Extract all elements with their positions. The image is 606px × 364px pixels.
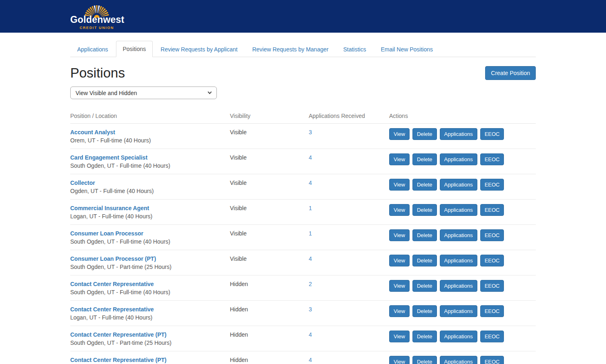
visibility-filter-select[interactable]: View Visible and Hidden: [70, 87, 217, 99]
visibility-value: Hidden: [230, 331, 248, 338]
page-title: Positions: [70, 66, 125, 80]
view-button[interactable]: View: [389, 305, 410, 317]
view-button[interactable]: View: [389, 280, 410, 292]
tab-review-requests-by-manager[interactable]: Review Requests by Manager: [245, 41, 336, 57]
applications-button[interactable]: Applications: [440, 280, 477, 292]
applications-button[interactable]: Applications: [440, 153, 477, 165]
table-body: Account Analyst Orem, UT - Full-time (40…: [70, 124, 536, 364]
table-row: Consumer Loan Processor South Ogden, UT …: [70, 225, 536, 250]
position-location: South Ogden, UT - Full-time (40 Hours): [70, 162, 230, 170]
view-button[interactable]: View: [389, 204, 410, 216]
delete-button[interactable]: Delete: [412, 331, 437, 342]
table-row: Contact Center Representative (PT) Logan…: [70, 351, 536, 364]
table-row: Consumer Loan Processor (PT) South Ogden…: [70, 250, 536, 275]
eeoc-button[interactable]: EEOC: [480, 356, 504, 364]
delete-button[interactable]: Delete: [412, 179, 437, 191]
applications-button[interactable]: Applications: [440, 305, 477, 317]
create-position-button[interactable]: Create Position: [485, 66, 536, 80]
tab-applications[interactable]: Applications: [70, 41, 115, 57]
brand-logo: Goldenwest CREDIT UNION: [70, 3, 123, 30]
visibility-value: Visible: [230, 180, 247, 186]
position-link[interactable]: Contact Center Representative: [70, 280, 154, 288]
visibility-value: Visible: [230, 129, 247, 135]
position-location: Logan, UT - Full-time (40 Hours): [70, 313, 230, 322]
applications-count-link[interactable]: 4: [309, 331, 312, 338]
position-link[interactable]: Contact Center Representative (PT): [70, 331, 167, 339]
position-location: South Ogden, UT - Part-time (25 Hours): [70, 339, 230, 347]
applications-button[interactable]: Applications: [440, 229, 477, 241]
position-link[interactable]: Contact Center Representative (PT): [70, 356, 167, 364]
table-row: Contact Center Representative (PT) South…: [70, 326, 536, 351]
applications-button[interactable]: Applications: [440, 255, 477, 266]
applications-button[interactable]: Applications: [440, 128, 477, 140]
position-link[interactable]: Commercial Insurance Agent: [70, 204, 149, 212]
view-button[interactable]: View: [389, 153, 410, 165]
view-button[interactable]: View: [389, 179, 410, 191]
applications-count-link[interactable]: 2: [309, 281, 312, 287]
applications-button[interactable]: Applications: [440, 179, 477, 191]
eeoc-button[interactable]: EEOC: [480, 229, 504, 241]
position-location: Orem, UT - Full-time (40 Hours): [70, 136, 230, 144]
tab-positions[interactable]: Positions: [116, 41, 153, 57]
eeoc-button[interactable]: EEOC: [480, 331, 504, 342]
delete-button[interactable]: Delete: [412, 128, 437, 140]
position-link[interactable]: Card Engagement Specialist: [70, 153, 147, 162]
applications-count-link[interactable]: 4: [309, 180, 312, 186]
app-header: Goldenwest CREDIT UNION: [0, 0, 606, 33]
tab-review-requests-by-applicant[interactable]: Review Requests by Applicant: [154, 41, 244, 57]
view-button[interactable]: View: [389, 229, 410, 241]
eeoc-button[interactable]: EEOC: [480, 280, 504, 292]
visibility-value: Hidden: [230, 357, 248, 363]
table-row: Collector Ogden, UT - Full-time (40 Hour…: [70, 174, 536, 200]
applications-count-link[interactable]: 4: [309, 154, 312, 161]
applications-count-link[interactable]: 1: [309, 230, 312, 237]
tab-statistics[interactable]: Statistics: [336, 41, 373, 57]
delete-button[interactable]: Delete: [412, 204, 437, 216]
delete-button[interactable]: Delete: [412, 356, 437, 364]
eeoc-button[interactable]: EEOC: [480, 153, 504, 165]
visibility-filter: View Visible and Hidden: [70, 87, 217, 99]
tab-email-new-positions[interactable]: Email New Positions: [374, 41, 440, 57]
table-row: Contact Center Representative Logan, UT …: [70, 301, 536, 326]
table-row: Account Analyst Orem, UT - Full-time (40…: [70, 124, 536, 149]
table-row: Card Engagement Specialist South Ogden, …: [70, 149, 536, 174]
delete-button[interactable]: Delete: [412, 305, 437, 317]
eeoc-button[interactable]: EEOC: [480, 179, 504, 191]
visibility-value: Visible: [230, 205, 247, 211]
applications-count-link[interactable]: 4: [309, 255, 312, 262]
applications-count-link[interactable]: 3: [309, 306, 312, 313]
position-link[interactable]: Collector: [70, 179, 95, 187]
eeoc-button[interactable]: EEOC: [480, 128, 504, 140]
eeoc-button[interactable]: EEOC: [480, 305, 504, 317]
table-row: Contact Center Representative South Ogde…: [70, 275, 536, 301]
delete-button[interactable]: Delete: [412, 153, 437, 165]
delete-button[interactable]: Delete: [412, 255, 437, 266]
position-location: Ogden, UT - Full-time (40 Hours): [70, 187, 230, 195]
position-location: South Ogden, UT - Full-time (40 Hours): [70, 237, 230, 246]
applications-count-link[interactable]: 1: [309, 205, 312, 211]
delete-button[interactable]: Delete: [412, 280, 437, 292]
applications-button[interactable]: Applications: [440, 331, 477, 342]
tab-bar: Applications Positions Review Requests b…: [70, 41, 536, 57]
visibility-value: Hidden: [230, 306, 248, 313]
applications-button[interactable]: Applications: [440, 356, 477, 364]
visibility-value: Visible: [230, 154, 247, 161]
view-button[interactable]: View: [389, 128, 410, 140]
view-button[interactable]: View: [389, 255, 410, 266]
delete-button[interactable]: Delete: [412, 229, 437, 241]
eeoc-button[interactable]: EEOC: [480, 255, 504, 266]
visibility-value: Visible: [230, 230, 247, 237]
position-location: South Ogden, UT - Full-time (40 Hours): [70, 288, 230, 296]
applications-button[interactable]: Applications: [440, 204, 477, 216]
column-header-visibility: Visibility: [230, 113, 309, 119]
applications-count-link[interactable]: 4: [309, 357, 312, 363]
table-header-row: Position / Location Visibility Applicati…: [70, 112, 536, 124]
position-link[interactable]: Consumer Loan Processor (PT): [70, 255, 156, 263]
position-link[interactable]: Contact Center Representative: [70, 305, 154, 313]
applications-count-link[interactable]: 3: [309, 129, 312, 135]
view-button[interactable]: View: [389, 331, 410, 342]
eeoc-button[interactable]: EEOC: [480, 204, 504, 216]
position-link[interactable]: Account Analyst: [70, 128, 115, 136]
view-button[interactable]: View: [389, 356, 410, 364]
position-link[interactable]: Consumer Loan Processor: [70, 229, 143, 237]
